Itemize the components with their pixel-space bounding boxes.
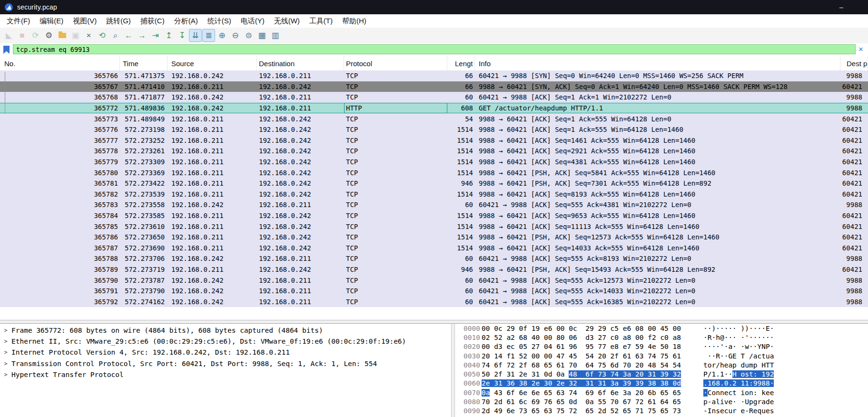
hex-row[interactable]: 008070 2d 61 6c 69 76 65 0d 0a 55 70 67 … (455, 397, 868, 406)
expand-caret-icon[interactable]: > (0, 360, 11, 367)
menu-item-wireless[interactable]: 无线(W) (269, 14, 305, 28)
cell-time: 571.489836 (120, 104, 168, 112)
menu-item-file[interactable]: 文件(F) (2, 14, 35, 28)
go-last-button[interactable]: ↧ (176, 29, 188, 42)
filter-bookmark-icon[interactable] (3, 46, 10, 54)
packet-row[interactable]: 365777572.273252192.168.0.211192.168.0.2… (0, 135, 868, 146)
menu-item-help[interactable]: 帮助(H) (337, 14, 371, 28)
hex-row[interactable]: 000000 0c 29 0f 19 e6 00 0c 29 29 c5 e6 … (455, 324, 868, 333)
menu-item-statistics[interactable]: 统计(S) (203, 14, 236, 28)
packet-row[interactable]: 365783572.273558192.168.0.242192.168.0.2… (0, 199, 868, 210)
packet-row[interactable]: 365786572.273650192.168.0.211192.168.0.2… (0, 232, 868, 243)
hex-row[interactable]: 00602e 31 36 38 2e 30 2e 32 31 31 3a 39 … (455, 379, 868, 388)
expand-caret-icon[interactable]: > (0, 327, 11, 334)
expand-caret-icon[interactable]: > (0, 371, 11, 378)
column-header-protocol[interactable]: Protocol (344, 56, 447, 70)
menu-item-tools[interactable]: 工具(T) (305, 14, 337, 28)
hex-offset: 0090 (464, 407, 482, 415)
packet-row[interactable]: 365776572.273198192.168.0.211192.168.0.2… (0, 124, 868, 135)
zoom-out-button[interactable]: ⊖ (229, 29, 242, 42)
expand-caret-icon[interactable]: > (0, 338, 11, 345)
detail-line[interactable]: >Frame 365772: 608 bytes on wire (4864 b… (0, 325, 451, 336)
resize-columns-button[interactable]: ▦ (256, 29, 268, 42)
zoom-original-button[interactable]: ⊜ (242, 29, 255, 42)
packet-row[interactable]: 365773571.489849192.168.0.211192.168.0.2… (0, 113, 868, 124)
detail-line[interactable]: >Transmission Control Protocol, Src Port… (0, 358, 451, 369)
save-icon: ▣ (71, 31, 79, 40)
column-header-no[interactable]: No. (0, 56, 120, 70)
packet-row[interactable]: 365782572.273539192.168.0.211192.168.0.2… (0, 189, 868, 200)
zoom-in-button[interactable]: ⊕ (216, 29, 228, 42)
column-header-time[interactable]: Time (120, 56, 168, 70)
go-first-button[interactable]: ↥ (162, 29, 175, 42)
packet-row[interactable]: 365785572.273610192.168.0.211192.168.0.2… (0, 221, 868, 232)
bottom-panes: >Frame 365772: 608 bytes on wire (4864 b… (0, 324, 868, 417)
packet-row[interactable]: 365790572.273787192.168.0.242192.168.0.2… (0, 275, 868, 286)
auto-scroll-button[interactable]: ⇊ (189, 29, 202, 42)
detail-line[interactable]: >Ethernet II, Src: VMware_29:c5:e6 (00:0… (0, 336, 451, 347)
column-header-length[interactable]: Lengt (447, 56, 475, 70)
open-file-button[interactable] (56, 29, 69, 42)
hex-row[interactable]: 002000 d3 ec 05 27 04 61 96 95 77 e8 e7 … (455, 342, 868, 351)
capture-stop-button[interactable]: ■ (16, 29, 29, 42)
packet-row[interactable]: 365787572.273690192.168.0.211192.168.0.2… (0, 243, 868, 254)
packet-row[interactable]: 365766571.471375192.168.0.242192.168.0.2… (0, 70, 868, 81)
vertical-splitter[interactable] (451, 324, 455, 417)
reload-file-button[interactable]: ⟲ (96, 29, 108, 42)
packet-row[interactable]: 365789572.273719192.168.0.211192.168.0.2… (0, 264, 868, 275)
menu-item-view[interactable]: 视图(V) (68, 14, 101, 28)
hex-row[interactable]: 005050 2f 31 2e 31 0d 0a 48 6f 73 74 3a … (455, 369, 868, 378)
packet-row[interactable]: 365778572.273261192.168.0.211192.168.0.2… (0, 146, 868, 157)
horizontal-splitter[interactable] (0, 320, 868, 324)
packet-row[interactable]: 365784572.273585192.168.0.211192.168.0.2… (0, 210, 868, 221)
packet-row[interactable]: 365772571.489836192.168.0.242192.168.0.2… (0, 103, 868, 114)
capture-start-button[interactable]: ◣ (2, 29, 15, 42)
detail-line[interactable]: >Hypertext Transfer Protocol (0, 369, 451, 380)
packet-row[interactable]: 365780572.273369192.168.0.211192.168.0.2… (0, 167, 868, 178)
go-back-button[interactable]: ← (122, 29, 135, 42)
hex-row[interactable]: 00700a 43 6f 6e 6e 65 63 74 69 6f 6e 3a … (455, 388, 868, 397)
column-header-destination[interactable]: Destination (257, 56, 344, 70)
packet-row[interactable]: 365781572.273422192.168.0.211192.168.0.2… (0, 178, 868, 189)
clear-filter-icon[interactable]: × (856, 44, 866, 54)
packet-row[interactable]: 365792572.274162192.168.0.242192.168.0.2… (0, 296, 868, 307)
hex-row[interactable]: 004074 6f 72 2f 68 65 61 70 64 75 6d 70 … (455, 360, 868, 369)
packet-row[interactable]: 365767571.471410192.168.0.211192.168.0.2… (0, 81, 868, 92)
hex-row[interactable]: 00902d 49 6e 73 65 63 75 72 65 2d 52 65 … (455, 407, 868, 416)
cell-no: 365784 (0, 212, 120, 219)
display-filter-input[interactable] (13, 44, 856, 54)
colorize-button[interactable]: ≣ (202, 29, 215, 42)
menu-item-go[interactable]: 跳转(G) (101, 14, 136, 28)
cell-destport: 60421 (840, 190, 868, 198)
save-file-button[interactable]: ▣ (69, 29, 82, 42)
minimize-button[interactable]: – (830, 0, 852, 14)
gear-icon: ⚙ (45, 31, 52, 40)
menu-item-capture[interactable]: 捕获(C) (136, 14, 169, 28)
cell-source: 192.168.0.242 (168, 298, 257, 306)
go-forward-button[interactable]: → (136, 29, 148, 42)
close-file-button[interactable]: × (82, 29, 95, 42)
reset-layout-button[interactable]: ▥ (269, 29, 282, 42)
packet-row[interactable]: 365779572.273309192.168.0.211192.168.0.2… (0, 157, 868, 168)
find-packet-button[interactable]: ⌕ (109, 29, 122, 42)
menu-item-edit[interactable]: 编辑(E) (35, 14, 68, 28)
capture-restart-button[interactable]: ⟳ (29, 29, 42, 42)
column-header-info[interactable]: Info (475, 56, 840, 70)
column-header-source[interactable]: Source (168, 56, 257, 70)
menu-item-analyze[interactable]: 分析(A) (169, 14, 203, 28)
menu-item-telephony[interactable]: 电话(Y) (236, 14, 269, 28)
cell-no: 365768 (0, 93, 120, 101)
hex-row[interactable]: 001002 52 a2 68 40 00 80 06 d3 27 c0 a8 … (455, 333, 868, 342)
cell-protocol: TCP (344, 212, 447, 219)
hex-row[interactable]: 003020 14 f1 52 00 00 47 45 54 20 2f 61 … (455, 351, 868, 360)
packet-row[interactable]: 365791572.273790192.168.0.242192.168.0.2… (0, 286, 868, 297)
go-to-packet-button[interactable]: ⇥ (149, 29, 162, 42)
cell-no: 365786 (0, 233, 120, 241)
packet-row[interactable]: 365788572.273706192.168.0.242192.168.0.2… (0, 253, 868, 264)
capture-options-button[interactable]: ⚙ (42, 29, 55, 42)
cell-source: 192.168.0.211 (168, 266, 257, 273)
expand-caret-icon[interactable]: > (0, 349, 11, 356)
column-header-destport[interactable]: Dest p (840, 56, 868, 70)
detail-line[interactable]: >Internet Protocol Version 4, Src: 192.1… (0, 347, 451, 358)
packet-row[interactable]: 365768571.471877192.168.0.242192.168.0.2… (0, 92, 868, 103)
